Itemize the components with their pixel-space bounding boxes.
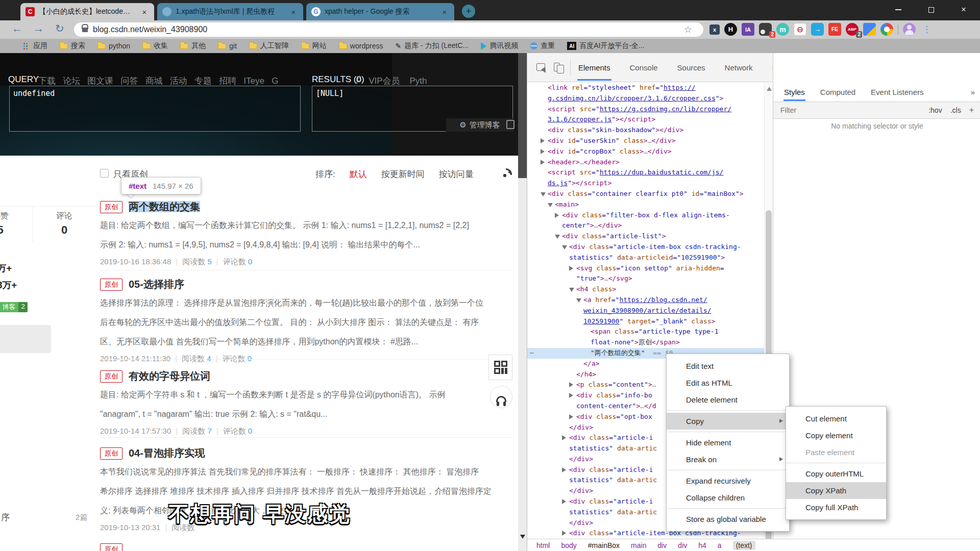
breadcrumb-item[interactable]: div xyxy=(678,541,687,549)
breadcrumb-item[interactable]: (text) xyxy=(733,541,755,550)
devtools-tab-elements[interactable]: Elements xyxy=(577,55,611,81)
tab-close-icon[interactable]: × xyxy=(140,8,149,16)
breadcrumb-item[interactable]: a xyxy=(718,541,722,549)
article-title[interactable]: 两个数组的交集 xyxy=(129,201,200,212)
menu-item[interactable]: Delete element xyxy=(667,391,789,408)
dom-node[interactable]: ds.js"></script> xyxy=(527,178,764,189)
tab-close-icon[interactable]: × xyxy=(289,8,298,16)
breadcrumb-item[interactable]: body xyxy=(561,541,576,549)
expanded-arrow-icon[interactable] xyxy=(576,298,581,303)
dom-node[interactable]: <div class="container clearfix pt0" id="… xyxy=(527,189,764,199)
collapsed-arrow-icon[interactable] xyxy=(562,467,566,472)
rss-icon[interactable] xyxy=(503,167,513,178)
dom-node[interactable]: <script src="https://dup.baidustatic.com… xyxy=(527,167,764,178)
ext-avatar-extension-icon[interactable] xyxy=(903,23,916,36)
xpath-query-box[interactable]: undefined xyxy=(9,86,301,132)
only-original-checkbox[interactable] xyxy=(100,169,109,178)
bookmark-item[interactable]: 人工智障 xyxy=(249,41,289,51)
collapsed-arrow-icon[interactable] xyxy=(541,138,545,143)
inspect-element-icon[interactable] xyxy=(536,63,545,71)
sort-option[interactable]: 按访问量 xyxy=(439,168,474,180)
dom-node[interactable]: <div class="article-list"> xyxy=(527,231,764,242)
expanded-arrow-icon[interactable] xyxy=(541,192,546,196)
article-title[interactable]: 有效的字母异位词 xyxy=(129,370,210,382)
breadcrumb-item[interactable]: div xyxy=(657,541,667,549)
comments-label[interactable]: 评论数 xyxy=(223,354,248,363)
hov-toggle[interactable]: :hov xyxy=(928,106,942,114)
article-item[interactable]: 原创两个数组的交集题目: 给定两个数组，编写一个函数来计算它们的交集。 示例 1… xyxy=(100,200,514,267)
⋮-extension-icon[interactable]: ⋮ xyxy=(920,23,933,36)
sort-option[interactable]: 默认 xyxy=(350,168,367,180)
dom-node[interactable]: <div id="userSkin" class>…</div> xyxy=(527,136,764,146)
menu-item[interactable]: Copy xyxy=(667,413,789,430)
scrollbar-up-arrow[interactable] xyxy=(767,87,772,91)
expanded-arrow-icon[interactable] xyxy=(569,288,574,292)
dom-node[interactable]: <header>…</header> xyxy=(527,157,764,168)
ia-extension-icon[interactable]: IA xyxy=(742,23,754,36)
bookmark-star-icon[interactable]: ☆ xyxy=(684,24,692,35)
window-minimize-button[interactable] xyxy=(882,0,915,19)
tab-close-icon[interactable]: × xyxy=(440,8,449,16)
article-title[interactable]: 04-冒泡排序实现 xyxy=(129,447,205,459)
expanded-arrow-icon[interactable] xyxy=(548,203,553,207)
theme-icon[interactable] xyxy=(506,120,514,129)
comments-label[interactable]: 评论数 xyxy=(223,427,248,435)
page-scrollbar[interactable] xyxy=(518,53,527,551)
forward-icon[interactable]: → xyxy=(33,22,44,35)
back-icon[interactable]: ← xyxy=(12,22,22,35)
devtools-tab-console[interactable]: Console xyxy=(629,55,659,81)
dom-node[interactable]: center">…</div> xyxy=(527,220,764,231)
menu-item[interactable]: Cut element xyxy=(786,410,886,427)
ext-dark-extension-icon[interactable]: 2 xyxy=(759,23,772,36)
category-label[interactable]: 序 xyxy=(1,512,10,523)
bookmark-item[interactable]: 收集 xyxy=(142,41,168,51)
expanded-arrow-icon[interactable] xyxy=(562,245,567,249)
abp-extension-icon[interactable]: ABP2 xyxy=(846,23,859,36)
collapsed-arrow-icon[interactable] xyxy=(562,531,566,536)
window-maximize-button[interactable] xyxy=(915,0,947,19)
x-extension-icon[interactable]: x xyxy=(709,24,720,35)
bookmark-item[interactable]: 应用 xyxy=(23,41,47,51)
ext-arrow-extension-icon[interactable] xyxy=(811,23,824,36)
bookmark-item[interactable]: git xyxy=(218,42,237,50)
collapsed-arrow-icon[interactable] xyxy=(569,414,573,419)
comments-label[interactable]: 评论数 xyxy=(223,257,248,266)
menu-item[interactable]: Edit text xyxy=(667,358,789,374)
cls-toggle[interactable]: .cls xyxy=(950,106,961,114)
bookmark-item[interactable]: python xyxy=(97,42,130,50)
dom-node[interactable]: "true">…</svg> xyxy=(527,273,764,284)
menu-item[interactable]: Copy XPath xyxy=(786,482,886,499)
customer-service-button[interactable] xyxy=(490,386,512,408)
browser-tab[interactable]: 1.xpath语法与lxml库 | 爬虫教程× xyxy=(157,3,303,20)
ext-minus-extension-icon[interactable] xyxy=(794,23,806,36)
url-text[interactable]: blog.csdn.net/weixin_43908900 xyxy=(93,25,207,34)
expanded-arrow-icon[interactable] xyxy=(555,235,560,239)
article-item[interactable]: 原创 xyxy=(100,543,514,551)
menu-item[interactable]: Expand recursively xyxy=(667,472,789,489)
device-toolbar-icon[interactable] xyxy=(554,63,560,71)
browser-tab[interactable]: Gxpath helper - Google 搜索× xyxy=(306,3,454,20)
address-bar[interactable]: blog.csdn.net/weixin_43908900 ☆ xyxy=(74,22,703,37)
dom-node[interactable]: <span class="article-type type-1 xyxy=(527,327,764,337)
dom-node[interactable]: <div class="filter-box d-flex align-item… xyxy=(527,210,764,221)
bookmark-item[interactable]: wordpress xyxy=(339,42,383,50)
dom-node[interactable]: <h4 class> xyxy=(527,284,764,295)
manage-blog-button[interactable]: ⚙ 管理博客 xyxy=(446,118,513,132)
collapsed-arrow-icon[interactable] xyxy=(562,499,566,504)
dom-node[interactable]: 102591900" target="_blank" class> xyxy=(527,316,764,327)
collapsed-arrow-icon[interactable] xyxy=(555,213,559,218)
bookmark-item[interactable]: 查重 xyxy=(530,41,555,51)
scrollbar-down-arrow[interactable] xyxy=(520,535,525,539)
window-close-button[interactable]: × xyxy=(947,0,980,19)
dom-node[interactable]: <div class="article-item-box csdn-tracki… xyxy=(527,242,764,253)
collapsed-arrow-icon[interactable] xyxy=(541,160,545,165)
breadcrumb-item[interactable]: html xyxy=(536,541,550,549)
bookmark-item[interactable]: 网站 xyxy=(301,41,327,51)
fe-extension-icon[interactable]: FE xyxy=(828,23,841,36)
dom-node[interactable]: <svg class="icon settop" aria-hidden= xyxy=(527,263,764,274)
ext-photos-extension-icon[interactable] xyxy=(863,23,876,36)
breadcrumb-item[interactable]: #mainBox xyxy=(588,541,620,549)
bookmark-item[interactable]: AI百度AI开放平台-全... xyxy=(567,41,645,51)
menu-item[interactable]: Store as global variable xyxy=(667,511,789,528)
h-extension-icon[interactable]: H xyxy=(724,23,737,36)
